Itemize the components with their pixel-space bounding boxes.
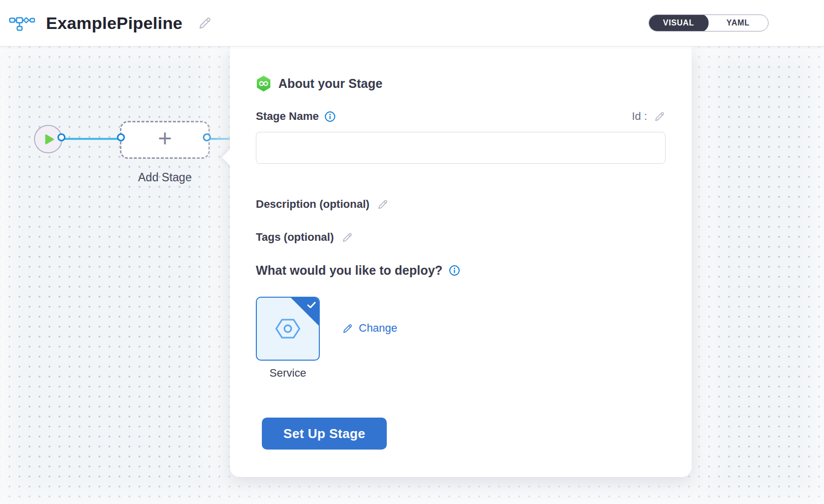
stage-setup-panel: About your Stage Stage Name Id : <box>230 46 692 477</box>
deploy-type-row: Service Change <box>256 297 666 380</box>
tab-visual[interactable]: VISUAL <box>649 14 709 31</box>
pipeline-title-group: ExamplePipeline <box>9 13 212 33</box>
pencil-icon <box>342 323 353 334</box>
plus-icon: + <box>158 126 172 150</box>
stage-id-group: Id : <box>632 110 666 123</box>
pipeline-title: ExamplePipeline <box>46 13 182 33</box>
pipeline-graph-icon <box>9 14 35 32</box>
header: ExamplePipeline VISUAL YAML <box>0 0 824 46</box>
pipeline-canvas: + Add Stage About your Stage <box>0 46 824 504</box>
edit-description-icon[interactable] <box>377 198 389 210</box>
service-card-label: Service <box>269 367 306 380</box>
add-stage-label: Add Stage <box>114 171 216 184</box>
edit-id-icon[interactable] <box>654 110 666 122</box>
panel-pointer-arrow <box>222 149 239 166</box>
connector-port <box>117 133 125 141</box>
change-deploy-type-link[interactable]: Change <box>342 322 397 335</box>
service-card[interactable] <box>256 297 320 361</box>
info-icon[interactable] <box>324 111 336 122</box>
connector-port <box>203 133 211 141</box>
info-icon[interactable] <box>449 265 460 276</box>
play-icon <box>44 133 55 145</box>
panel-header: About your Stage <box>256 75 666 92</box>
panel-title: About your Stage <box>278 76 382 91</box>
edit-pipeline-name-icon[interactable] <box>197 15 212 30</box>
deploy-question: What would you like to deploy? <box>256 263 443 278</box>
mode-toggle: VISUAL YAML <box>649 14 769 31</box>
description-label: Description (optional) <box>256 198 369 211</box>
add-stage-node[interactable]: + <box>120 121 210 159</box>
change-link-label: Change <box>359 322 397 335</box>
check-icon <box>307 302 316 309</box>
set-up-stage-button[interactable]: Set Up Stage <box>262 418 387 450</box>
service-option: Service <box>256 297 320 380</box>
deploy-question-row: What would you like to deploy? <box>256 262 666 279</box>
description-row: Description (optional) <box>256 197 666 212</box>
stage-name-label: Stage Name <box>256 110 319 123</box>
stage-id-label: Id : <box>632 110 647 123</box>
connector-port <box>57 133 65 141</box>
tags-row: Tags (optional) <box>256 230 666 245</box>
stage-name-input[interactable] <box>256 132 666 164</box>
cd-stage-icon <box>256 75 271 92</box>
stage-name-row: Stage Name Id : <box>256 109 666 124</box>
app-root: ExamplePipeline VISUAL YAML + Add Stage <box>0 0 824 504</box>
tab-yaml[interactable]: YAML <box>708 14 768 31</box>
tags-label: Tags (optional) <box>256 231 334 244</box>
service-hexagon-icon <box>274 316 302 341</box>
edit-tags-icon[interactable] <box>341 231 353 243</box>
